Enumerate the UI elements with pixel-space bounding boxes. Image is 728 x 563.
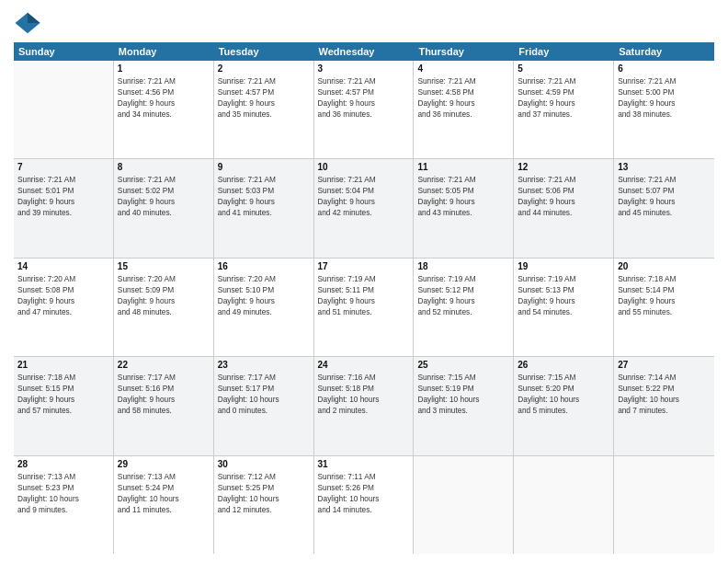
day-info: Sunrise: 7:21 AM Sunset: 4:58 PM Dayligh… (417, 75, 509, 120)
calendar-cell: 10Sunrise: 7:21 AM Sunset: 5:04 PM Dayli… (314, 159, 415, 257)
day-number: 21 (17, 360, 109, 370)
calendar-cell: 20Sunrise: 7:18 AM Sunset: 5:14 PM Dayli… (614, 259, 714, 356)
day-number: 17 (318, 261, 410, 271)
day-number: 8 (118, 162, 210, 172)
day-number: 22 (118, 360, 210, 370)
calendar-cell: 1Sunrise: 7:21 AM Sunset: 4:56 PM Daylig… (114, 61, 214, 158)
day-info: Sunrise: 7:21 AM Sunset: 5:00 PM Dayligh… (618, 75, 711, 120)
day-info: Sunrise: 7:21 AM Sunset: 5:03 PM Dayligh… (218, 174, 310, 218)
day-info: Sunrise: 7:17 AM Sunset: 5:16 PM Dayligh… (118, 372, 210, 416)
day-info: Sunrise: 7:14 AM Sunset: 5:22 PM Dayligh… (618, 372, 711, 416)
day-number: 28 (17, 459, 109, 469)
svg-marker-1 (28, 13, 40, 23)
day-number: 20 (618, 261, 711, 271)
day-info: Sunrise: 7:21 AM Sunset: 4:57 PM Dayligh… (318, 75, 410, 120)
day-info: Sunrise: 7:18 AM Sunset: 5:14 PM Dayligh… (618, 273, 711, 317)
calendar-header-cell: Sunday (14, 42, 114, 61)
day-number: 29 (118, 459, 210, 469)
day-number: 10 (318, 162, 410, 172)
calendar-cell: 21Sunrise: 7:18 AM Sunset: 5:15 PM Dayli… (14, 357, 114, 454)
calendar-cell: 16Sunrise: 7:20 AM Sunset: 5:10 PM Dayli… (214, 259, 314, 356)
day-info: Sunrise: 7:21 AM Sunset: 4:57 PM Dayligh… (218, 75, 310, 120)
calendar-cell: 29Sunrise: 7:13 AM Sunset: 5:24 PM Dayli… (114, 456, 214, 554)
calendar-cell: 9Sunrise: 7:21 AM Sunset: 5:03 PM Daylig… (214, 159, 314, 257)
day-info: Sunrise: 7:16 AM Sunset: 5:18 PM Dayligh… (318, 372, 410, 416)
day-number: 24 (318, 360, 410, 370)
calendar-header-cell: Saturday (614, 42, 714, 61)
calendar-cell (514, 456, 614, 554)
calendar-week: 7Sunrise: 7:21 AM Sunset: 5:01 PM Daylig… (14, 159, 714, 258)
calendar-cell: 14Sunrise: 7:20 AM Sunset: 5:08 PM Dayli… (14, 259, 114, 356)
day-number: 25 (417, 360, 509, 370)
day-number: 1 (118, 63, 210, 74)
calendar-week: 14Sunrise: 7:20 AM Sunset: 5:08 PM Dayli… (14, 259, 714, 357)
calendar-week: 28Sunrise: 7:13 AM Sunset: 5:23 PM Dayli… (14, 456, 714, 554)
day-number: 18 (417, 261, 509, 271)
day-number: 6 (618, 63, 711, 74)
day-number: 31 (318, 459, 410, 469)
calendar-header-cell: Thursday (414, 42, 514, 61)
calendar-week: 21Sunrise: 7:18 AM Sunset: 5:15 PM Dayli… (14, 357, 714, 455)
day-number: 26 (518, 360, 609, 370)
day-info: Sunrise: 7:21 AM Sunset: 5:07 PM Dayligh… (618, 174, 711, 218)
day-info: Sunrise: 7:20 AM Sunset: 5:09 PM Dayligh… (118, 273, 210, 317)
calendar-cell (614, 456, 714, 554)
logo (14, 9, 45, 37)
day-info: Sunrise: 7:11 AM Sunset: 5:26 PM Dayligh… (318, 471, 410, 515)
calendar-body: 1Sunrise: 7:21 AM Sunset: 4:56 PM Daylig… (14, 61, 714, 554)
day-info: Sunrise: 7:18 AM Sunset: 5:15 PM Dayligh… (17, 372, 109, 416)
day-number: 30 (218, 459, 310, 469)
day-info: Sunrise: 7:19 AM Sunset: 5:12 PM Dayligh… (417, 273, 509, 317)
day-info: Sunrise: 7:13 AM Sunset: 5:23 PM Dayligh… (17, 471, 109, 515)
calendar-cell: 30Sunrise: 7:12 AM Sunset: 5:25 PM Dayli… (214, 456, 314, 554)
day-number: 9 (218, 162, 310, 172)
calendar-cell: 13Sunrise: 7:21 AM Sunset: 5:07 PM Dayli… (614, 159, 714, 257)
calendar-cell: 8Sunrise: 7:21 AM Sunset: 5:02 PM Daylig… (114, 159, 214, 257)
day-number: 7 (17, 162, 109, 172)
day-number: 4 (417, 63, 509, 74)
day-number: 2 (218, 63, 310, 74)
calendar-cell: 17Sunrise: 7:19 AM Sunset: 5:11 PM Dayli… (314, 259, 415, 356)
calendar-cell: 12Sunrise: 7:21 AM Sunset: 5:06 PM Dayli… (514, 159, 614, 257)
day-info: Sunrise: 7:15 AM Sunset: 5:19 PM Dayligh… (417, 372, 509, 416)
day-number: 19 (518, 261, 609, 271)
calendar-cell: 28Sunrise: 7:13 AM Sunset: 5:23 PM Dayli… (14, 456, 114, 554)
day-info: Sunrise: 7:19 AM Sunset: 5:13 PM Dayligh… (518, 273, 609, 317)
day-number: 11 (417, 162, 509, 172)
day-info: Sunrise: 7:21 AM Sunset: 4:56 PM Dayligh… (118, 75, 210, 120)
page: SundayMondayTuesdayWednesdayThursdayFrid… (0, 0, 728, 563)
day-info: Sunrise: 7:19 AM Sunset: 5:11 PM Dayligh… (318, 273, 410, 317)
calendar: SundayMondayTuesdayWednesdayThursdayFrid… (14, 42, 714, 554)
calendar-header-cell: Wednesday (314, 42, 415, 61)
calendar-cell: 15Sunrise: 7:20 AM Sunset: 5:09 PM Dayli… (114, 259, 214, 356)
calendar-cell: 19Sunrise: 7:19 AM Sunset: 5:13 PM Dayli… (514, 259, 614, 356)
day-number: 13 (618, 162, 711, 172)
calendar-cell: 24Sunrise: 7:16 AM Sunset: 5:18 PM Dayli… (314, 357, 415, 454)
day-info: Sunrise: 7:13 AM Sunset: 5:24 PM Dayligh… (118, 471, 210, 515)
day-info: Sunrise: 7:21 AM Sunset: 5:02 PM Dayligh… (118, 174, 210, 218)
calendar-cell: 26Sunrise: 7:15 AM Sunset: 5:20 PM Dayli… (514, 357, 614, 454)
calendar-cell: 7Sunrise: 7:21 AM Sunset: 5:01 PM Daylig… (14, 159, 114, 257)
day-info: Sunrise: 7:15 AM Sunset: 5:20 PM Dayligh… (518, 372, 609, 416)
calendar-header-row: SundayMondayTuesdayWednesdayThursdayFrid… (14, 42, 714, 61)
calendar-cell: 27Sunrise: 7:14 AM Sunset: 5:22 PM Dayli… (614, 357, 714, 454)
calendar-cell (14, 61, 114, 158)
calendar-cell: 23Sunrise: 7:17 AM Sunset: 5:17 PM Dayli… (214, 357, 314, 454)
day-number: 16 (218, 261, 310, 271)
calendar-cell: 11Sunrise: 7:21 AM Sunset: 5:05 PM Dayli… (414, 159, 514, 257)
calendar-cell: 4Sunrise: 7:21 AM Sunset: 4:58 PM Daylig… (414, 61, 514, 158)
day-info: Sunrise: 7:21 AM Sunset: 5:05 PM Dayligh… (417, 174, 509, 218)
calendar-cell: 22Sunrise: 7:17 AM Sunset: 5:16 PM Dayli… (114, 357, 214, 454)
calendar-header-cell: Friday (514, 42, 614, 61)
calendar-cell: 5Sunrise: 7:21 AM Sunset: 4:59 PM Daylig… (514, 61, 614, 158)
day-info: Sunrise: 7:21 AM Sunset: 5:06 PM Dayligh… (518, 174, 609, 218)
day-info: Sunrise: 7:21 AM Sunset: 5:04 PM Dayligh… (318, 174, 410, 218)
day-number: 5 (518, 63, 609, 74)
header (14, 9, 714, 37)
day-info: Sunrise: 7:21 AM Sunset: 4:59 PM Dayligh… (518, 75, 609, 120)
day-info: Sunrise: 7:20 AM Sunset: 5:08 PM Dayligh… (17, 273, 109, 317)
calendar-cell: 3Sunrise: 7:21 AM Sunset: 4:57 PM Daylig… (314, 61, 415, 158)
day-info: Sunrise: 7:21 AM Sunset: 5:01 PM Dayligh… (17, 174, 109, 218)
day-info: Sunrise: 7:12 AM Sunset: 5:25 PM Dayligh… (218, 471, 310, 515)
calendar-week: 1Sunrise: 7:21 AM Sunset: 4:56 PM Daylig… (14, 61, 714, 159)
